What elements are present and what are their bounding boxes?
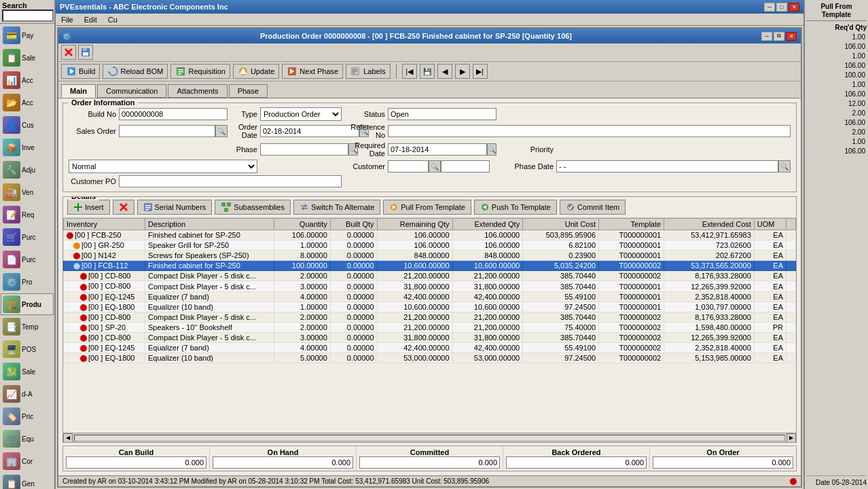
table-row[interactable]: [00 ] FCB-250 Finished cabinet for SP-25…	[64, 230, 796, 240]
horiz-scroll[interactable]: ◀ ▶	[63, 433, 796, 442]
nav-item-pric[interactable]: 🏷️ Pric	[1, 405, 54, 427]
nav-item-pro[interactable]: ⚙️ Pro	[1, 271, 54, 293]
nav-item-purc2[interactable]: 📄 Purc	[1, 249, 54, 270]
win-close-btn[interactable]: ✕	[786, 32, 797, 41]
nav-item-purc1[interactable]: 🛒 Purc	[1, 226, 54, 248]
nav-item-sale2[interactable]: 💹 Sale	[1, 361, 54, 382]
nav-item-temp[interactable]: 📑 Temp	[1, 316, 54, 338]
right-col-value: 100.00	[806, 71, 867, 80]
back-ordered-input[interactable]	[506, 456, 647, 469]
app-maximize-btn[interactable]: □	[776, 3, 787, 12]
priority-select[interactable]: Normal	[69, 160, 257, 173]
customer-input[interactable]	[388, 160, 429, 173]
menu-edit[interactable]: Edit	[82, 16, 100, 24]
customer-name-input[interactable]	[441, 160, 490, 173]
table-row[interactable]: [00 ] CD-800 Compact Disk Player - 5 dis…	[64, 271, 796, 281]
labels-btn[interactable]: Labels	[346, 64, 390, 79]
menu-file[interactable]: File	[58, 16, 76, 24]
nav-item-pos[interactable]: 🖥️ POS	[1, 338, 54, 360]
right-col-value: 1.00	[806, 52, 867, 61]
build-btn[interactable]: Build	[61, 64, 100, 79]
nav-item-req[interactable]: 📝 Req	[1, 204, 54, 225]
customer-search-btn[interactable]: 🔍	[429, 160, 441, 173]
right-col-value: 12.00	[806, 99, 867, 109]
phase-date-cal-btn[interactable]: 🔍	[778, 160, 791, 173]
committed-input[interactable]	[359, 456, 500, 469]
nav-item-gen[interactable]: 📋 Gen	[1, 473, 54, 489]
nav-item-produ[interactable]: 🏗️ Produ	[1, 293, 54, 315]
app-close-btn[interactable]: ✕	[789, 3, 799, 12]
update-btn[interactable]: Update	[233, 64, 279, 79]
required-date-input[interactable]	[388, 143, 487, 156]
table-row[interactable]: [00 ] CD-800 Compact Disk Player - 5 dis…	[64, 332, 796, 342]
win-minimize-btn[interactable]: ─	[761, 32, 772, 41]
nav-item-da[interactable]: 📈 d-A	[1, 383, 54, 405]
nav-item-cor[interactable]: 🏢 Cor	[1, 450, 54, 472]
menu-cu[interactable]: Cu	[105, 16, 120, 24]
phase-date-input[interactable]	[556, 160, 778, 173]
serial-numbers-btn[interactable]: Serial Numbers	[137, 200, 213, 215]
build-no-input[interactable]	[119, 108, 228, 120]
table-container: Inventory Description Quantity Built Qty…	[63, 218, 796, 433]
on-order-input[interactable]	[653, 456, 793, 469]
phase-input[interactable]	[260, 143, 348, 156]
customer-po-input[interactable]	[119, 175, 342, 187]
scroll-left-btn[interactable]: ◀	[63, 433, 73, 443]
can-build-input[interactable]	[66, 456, 206, 469]
table-row[interactable]: [00 ] EQ-1800 Equalizer (10 band) 5.0000…	[64, 353, 796, 363]
nav-last-btn[interactable]: ▶|	[473, 64, 488, 79]
nav-item-equ[interactable]: ⚖️ Equ	[1, 428, 54, 450]
table-row[interactable]: [00 ] N142 Screws for Speakers (SP-250) …	[64, 251, 796, 261]
tab-communication[interactable]: Communication	[97, 84, 166, 98]
app-minimize-btn[interactable]: ─	[764, 3, 775, 12]
table-row[interactable]: [00 ] EQ-1800 Equalizer (10 band) 1.0000…	[64, 302, 796, 312]
table-row[interactable]: [00 ] EQ-1245 Equalizer (7 band) 4.00000…	[64, 291, 796, 302]
nav-next-btn[interactable]: ▶	[455, 64, 470, 79]
table-row-selected[interactable]: [00 ] FCB-112 Finished cabinet for SP-25…	[64, 261, 796, 271]
win-restore-btn[interactable]: ⧉	[774, 32, 784, 41]
nav-item-inve[interactable]: 📦 Inve	[1, 137, 54, 158]
pull-template-btn[interactable]: Pull From Template	[383, 200, 471, 215]
commit-item-btn[interactable]: Commit Item	[560, 200, 626, 215]
delete-btn[interactable]	[113, 200, 134, 215]
tab-content: Order Information Build No Type Producti…	[58, 98, 801, 475]
nav-prev-btn[interactable]: ◀	[437, 64, 452, 79]
reference-no-input[interactable]	[388, 125, 791, 137]
table-row[interactable]: [00 ] CD-800 Compact Disk Player - 5 dis…	[64, 312, 796, 322]
nav-first-btn[interactable]: |◀	[402, 64, 417, 79]
save-btn[interactable]	[78, 45, 93, 60]
nav-item-acc2[interactable]: 📂 Acc	[1, 92, 54, 113]
tab-attachments[interactable]: Attachments	[168, 84, 227, 98]
nav-item-sale1[interactable]: 📋 Sale	[1, 47, 54, 69]
table-row[interactable]: [00 ] SP-20 Speakers - 10" Bookshelf 2.0…	[64, 322, 796, 332]
switch-alternate-btn[interactable]: Switch To Alternate	[293, 200, 380, 215]
nav-save-btn[interactable]: 💾	[420, 64, 435, 79]
nav-item-ven[interactable]: 🏭 Ven	[1, 181, 54, 203]
tab-main[interactable]: Main	[61, 84, 96, 98]
insert-btn[interactable]: Insert	[67, 200, 110, 215]
on-hand-input[interactable]	[213, 456, 353, 469]
push-template-btn[interactable]: Push To Template	[474, 200, 557, 215]
type-select[interactable]: Production Order	[260, 107, 342, 121]
scroll-right-btn[interactable]: ▶	[786, 433, 796, 443]
nav-item-adju[interactable]: 🔧 Adju	[1, 159, 54, 181]
status-input[interactable]	[388, 108, 496, 120]
search-input[interactable]	[2, 10, 54, 22]
table-row[interactable]: [00 ] EQ-1245 Equalizer (7 band) 4.00000…	[64, 343, 796, 353]
svg-rect-25	[145, 205, 151, 206]
nav-item-cus[interactable]: 👤 Cus	[1, 114, 54, 136]
tab-phase[interactable]: Phase	[229, 84, 268, 98]
next-phase-btn[interactable]: Next Phase	[282, 64, 343, 79]
subassemblies-btn[interactable]: Subassemblies	[215, 200, 291, 215]
sales-order-input[interactable]	[119, 125, 215, 137]
nav-item-pay[interactable]: 💳 Pay	[1, 24, 54, 46]
sales-order-search-btn[interactable]: 🔍	[215, 125, 228, 137]
nav-item-acc1[interactable]: 📊 Acc	[1, 69, 54, 91]
reload-bom-btn[interactable]: Reload BOM	[103, 64, 168, 79]
required-date-cal-btn[interactable]: 🔍	[487, 143, 496, 156]
pull-template-label: Pull From Template	[401, 203, 465, 211]
table-row[interactable]: [00 ] CD-800 Compact Disk Player - 5 dis…	[64, 281, 796, 291]
close-red-btn[interactable]	[61, 45, 76, 60]
table-row[interactable]: [00 ] GR-250 Speaker Grill for SP-250 1.…	[64, 240, 796, 251]
requisition-btn[interactable]: Requisition	[170, 64, 230, 79]
